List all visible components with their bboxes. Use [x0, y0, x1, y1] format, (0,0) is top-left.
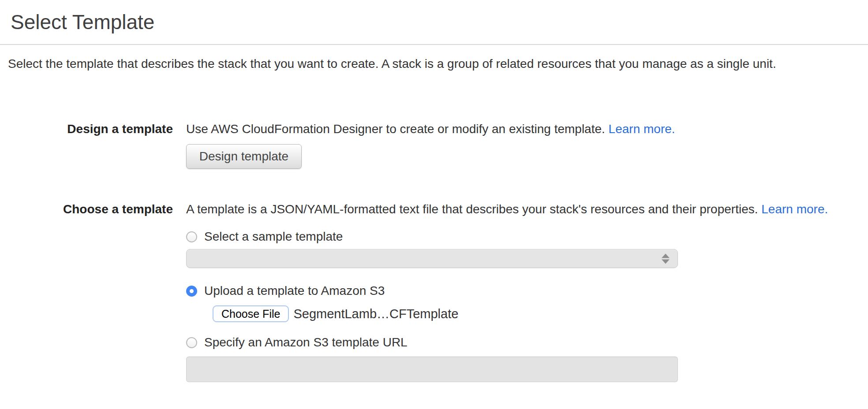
choose-template-row: Choose a template A template is a JSON/Y… — [0, 202, 868, 382]
arrow-down-icon — [662, 259, 670, 264]
design-description-text: Use AWS CloudFormation Designer to creat… — [186, 122, 609, 136]
design-template-content: Use AWS CloudFormation Designer to creat… — [186, 122, 868, 169]
page-title: Select Template — [11, 10, 868, 34]
s3-template-url-input[interactable] — [186, 357, 678, 382]
design-learn-more-link[interactable]: Learn more. — [609, 122, 675, 136]
upload-template-option: Upload a template to Amazon S3 — [186, 283, 868, 298]
design-template-button[interactable]: Design template — [186, 144, 302, 169]
design-template-row: Design a template Use AWS CloudFormation… — [0, 122, 868, 169]
sample-template-option-label[interactable]: Select a sample template — [204, 230, 343, 244]
choose-template-label: Choose a template — [0, 202, 173, 217]
choose-learn-more-link[interactable]: Learn more. — [761, 202, 828, 216]
upload-template-option-label[interactable]: Upload a template to Amazon S3 — [204, 284, 385, 298]
choose-template-content: A template is a JSON/YAML-formatted text… — [186, 202, 868, 382]
file-upload-line: Choose File SegmentLamb…CFTemplate — [213, 305, 868, 322]
url-template-option-label[interactable]: Specify an Amazon S3 template URL — [204, 335, 408, 350]
dropdown-stepper-icon — [662, 253, 670, 264]
design-template-description: Use AWS CloudFormation Designer to creat… — [186, 122, 868, 137]
upload-template-radio[interactable] — [186, 286, 197, 297]
choose-template-description: A template is a JSON/YAML-formatted text… — [186, 202, 868, 217]
url-template-option: Specify an Amazon S3 template URL — [186, 335, 868, 350]
url-template-radio[interactable] — [186, 337, 197, 348]
intro-text: Select the template that describes the s… — [8, 56, 868, 71]
choose-file-button[interactable]: Choose File — [213, 305, 289, 322]
arrow-up-icon — [662, 253, 670, 258]
uploaded-file-name: SegmentLamb…CFTemplate — [293, 307, 458, 321]
design-template-label: Design a template — [0, 122, 173, 137]
title-divider — [0, 44, 868, 45]
sample-template-option: Select a sample template — [186, 229, 868, 244]
choose-description-text: A template is a JSON/YAML-formatted text… — [186, 202, 761, 216]
select-template-page: Select Template Select the template that… — [0, 10, 868, 409]
sample-template-dropdown[interactable] — [186, 249, 678, 268]
sample-template-radio[interactable] — [186, 231, 197, 242]
